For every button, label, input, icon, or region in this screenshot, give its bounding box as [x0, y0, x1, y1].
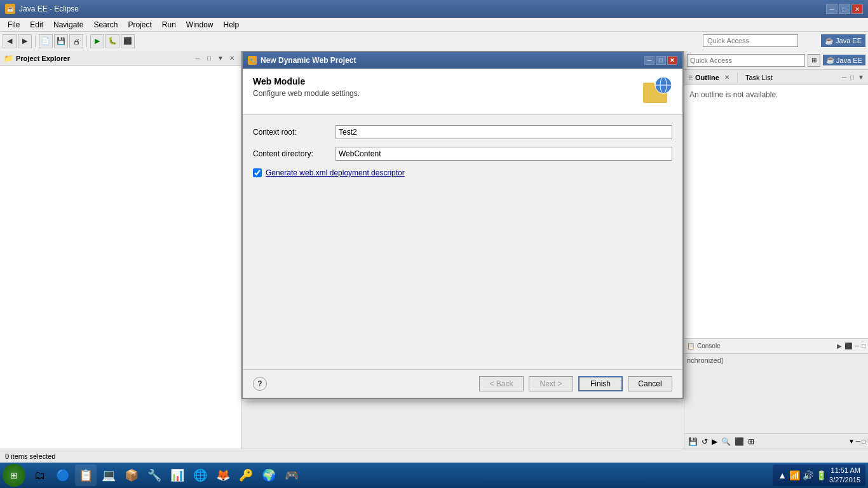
menu-search[interactable]: Search: [88, 19, 123, 30]
cancel-button[interactable]: Cancel: [628, 376, 672, 391]
outline-tb-debug[interactable]: 🔍: [720, 437, 732, 446]
outline-toolbar: 💾 ↺ ▶ 🔍 ⬛ ⊞ ▼ ─ □: [684, 433, 868, 449]
next-button[interactable]: Next >: [529, 376, 573, 391]
help-button[interactable]: ?: [253, 377, 267, 391]
taskbar-icon-computer[interactable]: 💻: [98, 464, 119, 486]
dialog-header-text: Web Module Configure web module settings…: [253, 76, 634, 98]
menu-bar: File Edit Navigate Search Project Run Wi…: [0, 18, 868, 32]
tray-network[interactable]: 📶: [789, 470, 800, 480]
outline-dropdown-btn[interactable]: ▼: [858, 74, 864, 81]
panel-collapse-btn[interactable]: ─: [193, 53, 203, 64]
menu-run[interactable]: Run: [157, 19, 181, 30]
menu-navigate[interactable]: Navigate: [48, 19, 88, 30]
toolbar-stop[interactable]: ⬛: [121, 34, 135, 48]
dialog-close-btn[interactable]: ✕: [667, 56, 677, 65]
toolbar-print[interactable]: 🖨: [69, 34, 83, 48]
outline-minimize-btn[interactable]: ─: [842, 74, 846, 81]
toolbar-forward[interactable]: ▶: [18, 34, 32, 48]
quick-access-right-input[interactable]: [687, 54, 805, 67]
console-minimize[interactable]: ─: [855, 342, 859, 349]
maximize-button[interactable]: □: [839, 4, 850, 14]
outline-tb-min[interactable]: ─: [856, 438, 860, 445]
panel-dropdown-btn[interactable]: ▼: [215, 53, 226, 64]
eclipse-window: ☕ Java EE - Eclipse ─ □ ✕ File Edit Navi…: [0, 0, 868, 488]
panel-close-btn[interactable]: ✕: [227, 53, 237, 64]
outline-close-btn[interactable]: ✕: [724, 74, 729, 81]
menu-project[interactable]: Project: [123, 19, 156, 30]
menu-window[interactable]: Window: [181, 19, 219, 30]
taskbar-icon-notes[interactable]: 📋: [75, 464, 97, 486]
eclipse-title: Java EE - Eclipse: [19, 4, 826, 13]
outline-tb-refresh[interactable]: ↺: [700, 437, 709, 446]
menu-help[interactable]: Help: [219, 19, 245, 30]
start-button[interactable]: ⊞: [3, 464, 25, 487]
clock-time: 11:51 AM: [829, 466, 860, 475]
panel-max-btn[interactable]: □: [204, 53, 214, 64]
perspective-icon: ☕: [825, 37, 834, 45]
dialog-title-controls: ─ □ ✕: [644, 56, 677, 65]
outline-empty-text: An outline is not available.: [689, 90, 778, 99]
console-icon: 📋: [687, 342, 695, 349]
dialog-help-area: ?: [253, 377, 267, 391]
taskbar-icon-globe[interactable]: 🌐: [189, 464, 211, 486]
quick-access-input[interactable]: [703, 34, 798, 47]
right-panel: ⊞ ☕ Java EE ≡ Outline ✕ Task List ─: [684, 51, 868, 449]
system-clock[interactable]: 11:51 AM 3/27/2015: [829, 466, 860, 485]
perspective-button[interactable]: ☕ Java EE: [821, 34, 865, 47]
open-perspective-btn[interactable]: ⊞: [808, 54, 820, 67]
finish-button[interactable]: Finish: [578, 376, 623, 391]
toolbar-new[interactable]: 📄: [39, 34, 53, 48]
toolbar-sep1: [35, 36, 36, 47]
menu-edit[interactable]: Edit: [25, 19, 48, 30]
outline-title: Outline: [695, 74, 719, 81]
taskbar-icon-explorer[interactable]: 🗂: [29, 464, 51, 486]
taskbar-icon-world[interactable]: 🌍: [258, 464, 280, 486]
center-empty-area: [241, 399, 684, 449]
taskbar-icon-ie[interactable]: 🔵: [52, 464, 74, 486]
dialog-minimize-btn[interactable]: ─: [644, 56, 654, 65]
back-button[interactable]: < Back: [479, 376, 524, 391]
tray-arrow[interactable]: ▲: [778, 470, 787, 480]
context-root-input[interactable]: [336, 125, 672, 139]
toolbar-run[interactable]: ▶: [90, 34, 104, 48]
outline-tb-stop[interactable]: ⬛: [733, 437, 745, 446]
dialog-action-buttons: < Back Next > Finish Cancel: [479, 376, 672, 391]
web-module-icon: [642, 76, 672, 107]
java-ee-perspective-tab[interactable]: ☕ Java EE: [823, 55, 865, 65]
outline-tb-save[interactable]: 💾: [687, 437, 699, 446]
outline-tb-grid[interactable]: ⊞: [747, 437, 756, 446]
tray-battery[interactable]: 🔋: [816, 470, 827, 480]
title-bar-controls: ─ □ ✕: [826, 4, 863, 14]
minimize-button[interactable]: ─: [826, 4, 837, 14]
generate-webxml-checkbox[interactable]: [253, 168, 262, 177]
tray-volume[interactable]: 🔊: [803, 470, 813, 480]
console-toolbar-btn1[interactable]: ▶: [837, 342, 842, 349]
task-list-title[interactable]: Task List: [745, 74, 773, 81]
taskbar-icon-key[interactable]: 🔑: [235, 464, 257, 486]
toolbar-back[interactable]: ◀: [3, 34, 17, 48]
outline-tb-run[interactable]: ▶: [710, 437, 719, 446]
taskbar-icon-package[interactable]: 📦: [121, 464, 142, 486]
dialog-body: Context root: Content directory: Generat…: [243, 115, 682, 369]
system-tray: ▲ 📶 🔊 🔋 11:51 AM 3/27/2015: [773, 464, 865, 486]
taskbar-icon-tools[interactable]: 🔧: [144, 464, 165, 486]
console-label: Console: [697, 342, 834, 349]
close-button[interactable]: ✕: [851, 4, 863, 14]
taskbar: ⊞ 🗂 🔵 📋 💻 📦 🔧 📊 🌐 🦊 🔑 🌍 🎮 ▲ 📶 🔊 🔋 11:51 …: [0, 463, 868, 488]
taskbar-icon-chart[interactable]: 📊: [166, 464, 188, 486]
console-toolbar-btn2[interactable]: ⬛: [844, 342, 852, 349]
outline-tb-dropdown[interactable]: ▼: [848, 438, 855, 445]
taskbar-icon-game[interactable]: 🎮: [281, 464, 302, 486]
toolbar-debug[interactable]: 🐛: [105, 34, 119, 48]
generate-webxml-label[interactable]: Generate web.xml deployment descriptor: [266, 168, 405, 177]
taskbar-icon-firefox[interactable]: 🦊: [212, 464, 234, 486]
dialog-maximize-btn[interactable]: □: [656, 56, 666, 65]
toolbar-save[interactable]: 💾: [54, 34, 68, 48]
context-root-row: Context root:: [253, 125, 672, 139]
menu-file[interactable]: File: [3, 19, 25, 30]
java-ee-icon: ☕: [826, 56, 835, 64]
outline-tb-max[interactable]: □: [862, 438, 865, 445]
console-maximize[interactable]: □: [862, 342, 865, 349]
content-dir-input[interactable]: [336, 147, 672, 161]
outline-maximize-btn[interactable]: □: [850, 74, 854, 81]
